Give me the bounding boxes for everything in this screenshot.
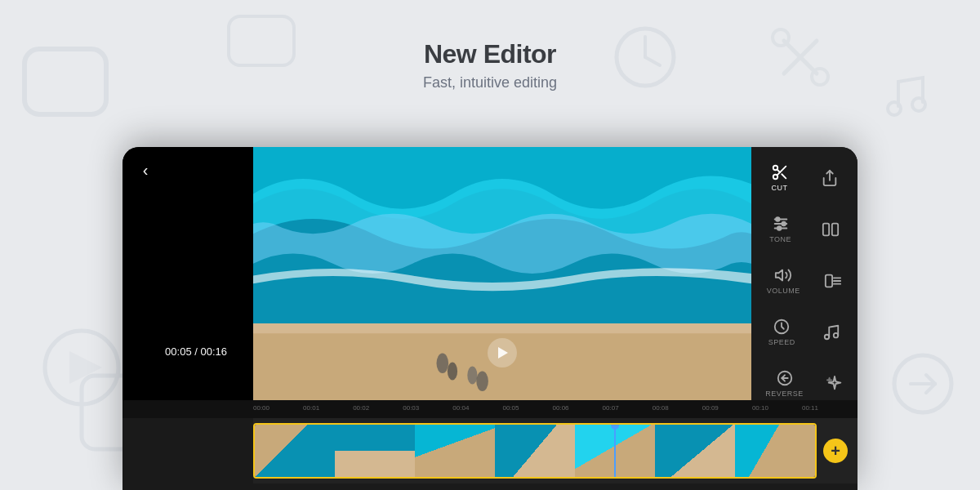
svg-point-36 <box>782 222 786 226</box>
svg-point-24 <box>467 366 477 384</box>
export-icon <box>821 169 839 187</box>
svg-point-47 <box>834 332 839 337</box>
svg-point-10 <box>45 331 118 404</box>
page-title: New Editor <box>0 39 980 69</box>
svg-rect-41 <box>826 274 832 287</box>
trim-tool[interactable] <box>819 269 847 293</box>
toolbar-row-3: VOLUME <box>751 256 858 305</box>
svg-point-25 <box>476 372 488 391</box>
ruler-mark-7: 00:07 <box>603 404 619 412</box>
trim-icon <box>824 272 842 290</box>
volume-tool[interactable]: VOLUME <box>762 263 805 298</box>
tune-icon <box>772 215 790 233</box>
split-tool[interactable] <box>817 217 844 242</box>
toolbar-row-4: SPEED <box>751 308 858 356</box>
clip-thumbnails <box>255 425 815 477</box>
cut-tool[interactable]: CUT <box>766 160 794 195</box>
toolbar-row-2: TONE <box>751 205 858 253</box>
svg-rect-38 <box>823 223 829 235</box>
music-tool[interactable] <box>817 320 845 345</box>
svg-point-23 <box>448 363 457 381</box>
left-panel: ‹ 00:05 / 00:16 <box>122 147 253 400</box>
reverse-label: REVERSE <box>765 390 804 398</box>
app-main: ‹ 00:05 / 00:16 <box>122 147 858 400</box>
timeline-section: 00:00 00:01 00:02 00:03 00:04 00:05 00:0… <box>122 400 858 490</box>
ruler-mark-11: 00:11 <box>802 404 818 412</box>
svg-point-12 <box>894 355 951 412</box>
video-preview <box>253 147 751 400</box>
app-mockup: ‹ 00:05 / 00:16 <box>122 147 858 490</box>
ruler-mark-5: 00:05 <box>502 404 519 412</box>
svg-line-29 <box>782 174 786 178</box>
timeline-ruler: 00:00 00:01 00:02 00:03 00:04 00:05 00:0… <box>122 400 858 418</box>
svg-rect-39 <box>832 223 838 235</box>
clip-thumb-2 <box>335 425 415 477</box>
sparkle-tool[interactable] <box>821 372 849 396</box>
clip-thumb-3 <box>415 425 495 477</box>
clip-thumb-6 <box>655 425 735 477</box>
sparkle-icon <box>826 375 844 393</box>
track-content: + <box>253 418 858 483</box>
svg-point-37 <box>777 226 782 230</box>
speed-label: SPEED <box>768 338 795 346</box>
svg-line-30 <box>777 169 780 172</box>
toolbar-row-5: REVERSE <box>751 359 858 400</box>
volume-label: VOLUME <box>767 287 800 295</box>
ruler-mark-3: 00:03 <box>403 404 419 412</box>
svg-marker-40 <box>776 270 782 281</box>
split-icon <box>822 220 840 238</box>
ruler-mark-1: 00:01 <box>303 404 319 412</box>
playhead-head <box>611 423 619 430</box>
video-clip[interactable] <box>253 423 817 479</box>
music-icon <box>822 323 840 341</box>
add-clip-label: + <box>831 442 840 461</box>
page-subtitle: Fast, intuitive editing <box>0 74 980 91</box>
playhead <box>614 425 616 477</box>
play-icon <box>498 347 508 359</box>
right-toolbar: CUT <box>751 147 858 400</box>
svg-point-46 <box>825 334 830 339</box>
add-clip-button[interactable]: + <box>823 439 848 463</box>
scissors-icon <box>771 163 789 181</box>
ruler-mark-6: 00:06 <box>553 404 569 412</box>
toolbar-row-1: CUT <box>751 154 858 202</box>
speed-tool[interactable]: SPEED <box>764 314 800 350</box>
svg-marker-11 <box>69 351 102 384</box>
ruler-mark-9: 00:09 <box>702 404 719 412</box>
clip-thumb-4 <box>495 425 575 477</box>
back-button[interactable]: ‹ <box>132 157 158 183</box>
timestamp-display: 00:05 / 00:16 <box>165 345 227 358</box>
svg-point-22 <box>436 354 448 373</box>
tone-label: TONE <box>769 235 791 243</box>
ruler-mark-10: 00:10 <box>752 404 768 412</box>
ruler-mark-2: 00:02 <box>353 404 369 412</box>
speed-icon <box>773 318 791 336</box>
header: New Editor Fast, intuitive editing <box>0 0 980 108</box>
svg-line-14 <box>926 375 935 384</box>
track-left-spacer <box>122 418 253 483</box>
cut-label: CUT <box>772 184 788 192</box>
volume-icon <box>774 266 792 284</box>
svg-line-15 <box>926 384 935 393</box>
play-button[interactable] <box>488 338 517 368</box>
ruler-container: 00:00 00:01 00:02 00:03 00:04 00:05 00:0… <box>253 400 854 418</box>
ruler-mark-0: 00:00 <box>253 404 270 412</box>
reverse-tool[interactable]: REVERSE <box>760 366 808 400</box>
svg-point-35 <box>776 217 780 221</box>
ruler-mark-4: 00:04 <box>452 404 469 412</box>
tone-tool[interactable]: TONE <box>764 212 796 247</box>
reverse-icon <box>776 369 794 387</box>
clip-thumb-7 <box>735 425 815 477</box>
ruler-mark-8: 00:08 <box>653 404 669 412</box>
timeline-track[interactable]: + <box>122 418 858 483</box>
clip-thumb-5 <box>575 425 655 477</box>
clip-thumb-1 <box>255 425 335 477</box>
export-tool[interactable] <box>816 166 844 190</box>
